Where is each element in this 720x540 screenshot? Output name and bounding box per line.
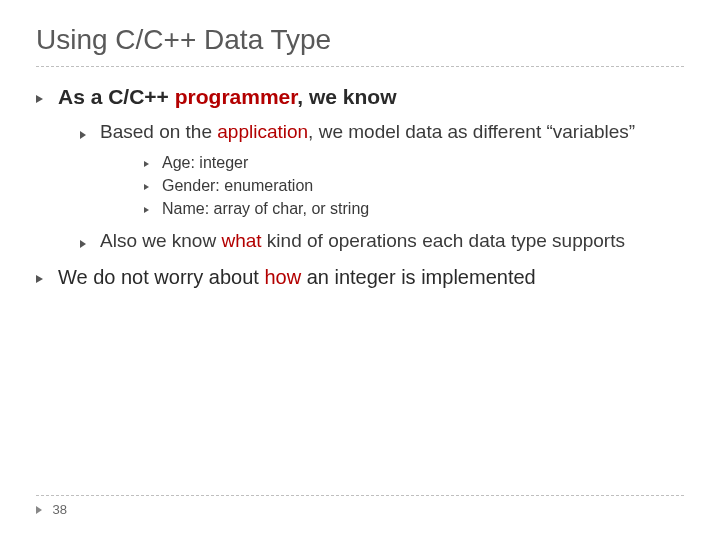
- bullet-l2-operations: Also we know what kind of operations eac…: [80, 229, 684, 254]
- slide-title: Using C/C++ Data Type: [36, 24, 684, 67]
- triangle-icon: [36, 275, 43, 283]
- highlight-span: how: [264, 266, 301, 288]
- bullet-l2-application: Based on the application, we model data …: [80, 120, 684, 219]
- slide: Using C/C++ Data Type As a C/C++ program…: [0, 0, 720, 540]
- text-span: , we model data as different “variables”: [308, 121, 635, 142]
- text-span: Age: integer: [162, 154, 248, 171]
- bullet-l3-age: Age: integer: [144, 153, 684, 174]
- triangle-icon: [36, 506, 42, 514]
- triangle-icon: [36, 95, 43, 103]
- slide-footer: 38: [36, 495, 684, 518]
- triangle-icon: [80, 131, 86, 139]
- text-span: Name: array of char, or string: [162, 200, 369, 217]
- highlight-span: what: [221, 230, 261, 251]
- text-span: We do not worry about: [58, 266, 264, 288]
- text-span: Gender: enumeration: [162, 177, 313, 194]
- text-span: an integer is implemented: [301, 266, 536, 288]
- bullet-l1-programmer: As a C/C++ programmer, we know Based on …: [36, 83, 684, 254]
- text-span: Also we know: [100, 230, 221, 251]
- slide-content: As a C/C++ programmer, we know Based on …: [36, 83, 684, 290]
- triangle-icon: [144, 207, 149, 213]
- text-span: As a C/C++: [58, 85, 175, 108]
- text-span: , we know: [297, 85, 396, 108]
- highlight-span: programmer: [175, 85, 298, 108]
- text-span: Based on the: [100, 121, 217, 142]
- page-number: 38: [52, 502, 66, 517]
- text-span: kind of operations each data type suppor…: [262, 230, 625, 251]
- triangle-icon: [80, 240, 86, 248]
- triangle-icon: [144, 184, 149, 190]
- bullet-l1-how: We do not worry about how an integer is …: [36, 264, 684, 290]
- bullet-l3-gender: Gender: enumeration: [144, 176, 684, 197]
- bullet-l3-name: Name: array of char, or string: [144, 199, 684, 220]
- triangle-icon: [144, 161, 149, 167]
- highlight-span: application: [217, 121, 308, 142]
